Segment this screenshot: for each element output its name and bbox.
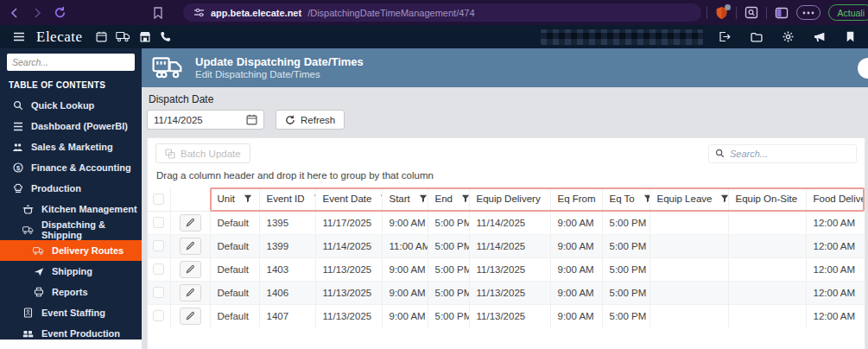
column-header-event-date[interactable]: Event Date — [315, 187, 382, 211]
column-header-end[interactable]: End — [428, 187, 469, 211]
column-header-event-id[interactable]: Event ID — [259, 187, 315, 211]
site-controls-icon — [193, 8, 205, 17]
edit-row-button[interactable] — [180, 214, 201, 232]
table-cell: 9:00 AM — [382, 281, 428, 304]
row-checkbox[interactable] — [153, 240, 164, 251]
filter-icon[interactable] — [419, 194, 428, 203]
table-cell: 12:00 AM — [806, 211, 865, 234]
refresh-button[interactable]: Refresh — [276, 110, 345, 130]
batch-update-button[interactable]: Batch Update — [155, 143, 250, 163]
people-icon — [12, 143, 23, 152]
sidebar-item-dashboard[interactable]: Dashboard (PowerBI) — [0, 116, 142, 136]
sidebar-item-event-production[interactable]: Event Production — [0, 323, 142, 344]
dispatch-date-field[interactable] — [147, 110, 264, 130]
megaphone-icon[interactable] — [814, 31, 826, 42]
edit-row-button[interactable] — [180, 238, 201, 255]
side-panel-icon[interactable] — [775, 7, 789, 19]
filter-icon[interactable] — [720, 194, 728, 203]
menu-icon[interactable] — [13, 32, 25, 41]
gear-icon[interactable] — [782, 31, 794, 42]
table-cell: 9:00 AM — [550, 281, 602, 304]
edit-row-button[interactable] — [180, 308, 201, 325]
sidebar-item-event-staffing[interactable]: Event Staffing — [0, 302, 142, 323]
column-header-equip-on-site[interactable]: Equip On-Site — [728, 187, 806, 211]
table-cell: 1395 — [259, 211, 315, 234]
table-cell — [649, 211, 728, 234]
column-label: Eq To — [610, 194, 635, 204]
column-header-food-delivery[interactable]: Food Delivery — [806, 187, 865, 211]
table-cell: 5:00 PM — [428, 211, 469, 234]
pot-icon — [22, 205, 34, 214]
column-header-equip-leave[interactable]: Equip Leave — [649, 187, 728, 211]
sidebar-item-dispatching-shipping[interactable]: Dispatching & Shipping — [0, 219, 142, 240]
row-checkbox[interactable] — [153, 217, 164, 228]
table-row: Default140311/13/20259:00 AM5:00 PM11/13… — [148, 257, 865, 281]
table-cell — [728, 234, 806, 257]
dollar-icon: $ — [12, 162, 23, 173]
help-button[interactable] — [858, 58, 868, 79]
sidebar-item-sales-marketing[interactable]: Sales & Marketing — [0, 136, 142, 157]
browser-update-button[interactable]: Actuali — [828, 4, 868, 21]
redacted-user-info — [541, 29, 703, 45]
bookmark-icon[interactable] — [846, 31, 855, 42]
table-cell: 12:00 AM — [806, 234, 865, 257]
reload-icon[interactable] — [52, 5, 67, 21]
calendar-icon[interactable] — [246, 114, 257, 125]
folder-icon[interactable] — [751, 32, 763, 42]
table-cell: 12:00 AM — [806, 304, 865, 327]
sidebar-search-input[interactable] — [7, 54, 135, 71]
browser-update-label: Actuali — [837, 8, 865, 18]
forward-icon[interactable] — [29, 5, 45, 21]
url-bar[interactable]: app.beta.elecate.net/DispatchingDateTime… — [183, 3, 701, 22]
row-checkbox[interactable] — [153, 263, 164, 275]
sidebar-item-label: Event Production — [41, 328, 120, 339]
logout-icon[interactable] — [719, 31, 731, 42]
back-icon[interactable] — [7, 5, 22, 21]
phone-icon[interactable] — [160, 31, 171, 42]
table-cell — [728, 281, 806, 304]
edit-row-button[interactable] — [180, 261, 201, 278]
table-cell: 1407 — [259, 304, 315, 327]
dispatch-date-input[interactable] — [154, 115, 246, 125]
shield-extension-icon[interactable] — [715, 6, 728, 20]
storefront-icon[interactable] — [139, 31, 151, 42]
sidebar-item-label: Shipping — [52, 266, 92, 276]
filter-icon[interactable] — [643, 194, 649, 203]
column-header-eq-to[interactable]: Eq To — [602, 187, 649, 211]
truck-icon[interactable] — [116, 31, 130, 42]
column-header-unit[interactable]: Unit — [210, 187, 259, 211]
column-header-start[interactable]: Start — [382, 187, 428, 211]
grid-search-box[interactable] — [708, 144, 857, 163]
calendar-icon[interactable] — [96, 31, 107, 42]
table-cell: 11/17/2025 — [315, 211, 382, 234]
row-checkbox[interactable] — [153, 287, 164, 298]
sidebar-item-kitchen-management[interactable]: Kitchen Management — [0, 199, 142, 219]
sidebar-item-shipping[interactable]: Shipping — [0, 261, 142, 282]
app-header-actions — [541, 29, 859, 45]
data-grid: Unit Event ID Event Date Start End Equip… — [148, 187, 865, 327]
column-label: Equip Leave — [657, 194, 713, 204]
grid-search-input[interactable] — [730, 149, 850, 159]
select-all-checkbox[interactable] — [153, 194, 164, 205]
app-logo[interactable]: Elecate — [36, 29, 83, 46]
bookmark-icon[interactable] — [150, 5, 166, 21]
more-menu-icon[interactable] — [796, 5, 820, 20]
pencil-icon — [186, 218, 195, 227]
printer-icon — [33, 287, 44, 297]
row-checkbox[interactable] — [153, 310, 164, 321]
sidebar-item-reports[interactable]: Reports — [0, 282, 142, 302]
sidebar-item-delivery-routes[interactable]: Delivery Routes — [0, 240, 142, 261]
sidebar-item-finance-accounting[interactable]: $ Finance & Accounting — [0, 157, 142, 178]
column-label: Event Date — [323, 194, 372, 204]
sidebar-item-label: Dispatching & Shipping — [41, 219, 142, 240]
search-in-box-icon[interactable] — [744, 6, 758, 19]
sidebar-item-quick-lookup[interactable]: Quick Lookup — [0, 95, 142, 116]
column-header-eq-from[interactable]: Eq From — [550, 187, 602, 211]
list-icon — [12, 122, 23, 131]
sidebar-item-production[interactable]: Production — [0, 178, 142, 199]
column-header-equip-delivery[interactable]: Equip Delivery — [469, 187, 550, 211]
edit-row-button[interactable] — [180, 284, 201, 301]
filter-icon[interactable] — [244, 194, 252, 203]
filter-icon[interactable] — [461, 194, 469, 203]
divider — [736, 7, 737, 19]
